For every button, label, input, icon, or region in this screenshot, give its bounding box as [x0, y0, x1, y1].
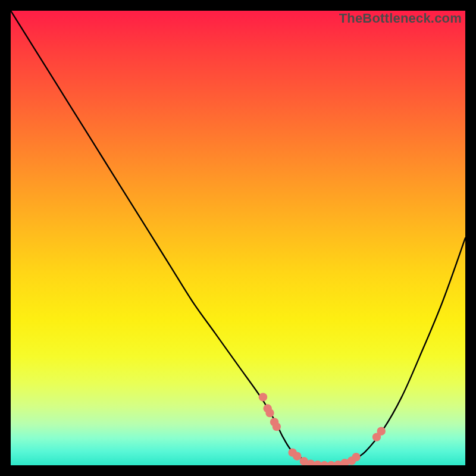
curve-marker	[265, 409, 274, 417]
curve-marker	[352, 453, 360, 461]
curve-marker	[273, 422, 281, 431]
chart-frame: TheBottleneck.com	[11, 11, 465, 465]
curve-marker	[377, 427, 386, 436]
curve-markers	[259, 393, 386, 465]
curve-marker	[293, 452, 301, 461]
bottleneck-curve	[11, 11, 465, 465]
plot-area: TheBottleneck.com	[11, 11, 465, 465]
curve-marker	[259, 393, 267, 401]
curve-layer	[11, 11, 465, 465]
